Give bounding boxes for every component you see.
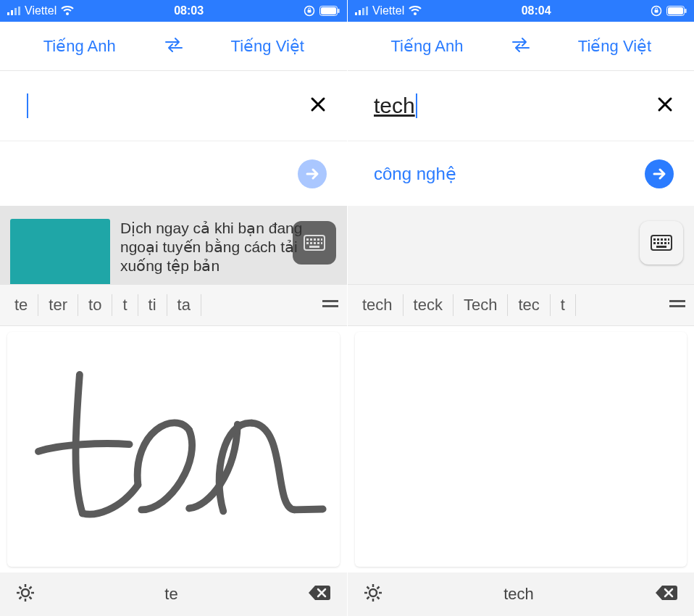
bottom-toolbar: tech xyxy=(348,573,694,616)
screen-right: Viettel 08:04 Tiếng Anh Tiếng Việt tech xyxy=(347,0,694,616)
clock-label: 08:04 xyxy=(522,4,551,17)
backspace-button[interactable] xyxy=(655,584,678,604)
clear-button[interactable] xyxy=(309,96,327,116)
orientation-lock-icon xyxy=(651,5,662,17)
close-icon xyxy=(656,96,674,113)
translation-input[interactable] xyxy=(26,93,309,118)
handwriting-canvas[interactable] xyxy=(7,332,340,567)
svg-point-57 xyxy=(369,589,377,596)
source-language[interactable]: Tiếng Anh xyxy=(348,37,506,56)
status-bar: Viettel 08:04 xyxy=(348,0,694,22)
svg-rect-39 xyxy=(654,10,658,13)
suggestion[interactable]: tech xyxy=(352,294,404,316)
suggestion-bar: te ter to t ti ta xyxy=(0,284,347,326)
suggestion-bar: tech teck Tech tec t xyxy=(348,284,694,326)
close-icon xyxy=(309,96,327,113)
backspace-icon xyxy=(655,584,678,602)
svg-rect-51 xyxy=(661,242,663,244)
suggestion[interactable]: ta xyxy=(167,294,201,316)
suggestion[interactable]: ter xyxy=(38,294,78,316)
swap-icon xyxy=(511,38,530,52)
suggestions-menu-button[interactable] xyxy=(668,298,687,312)
suggestions-menu-button[interactable] xyxy=(321,298,340,312)
text-cursor xyxy=(416,93,417,118)
bottom-toolbar: te xyxy=(0,573,347,616)
wifi-icon xyxy=(409,6,422,16)
svg-rect-18 xyxy=(314,242,316,244)
keyboard-toggle-button[interactable] xyxy=(293,221,336,265)
menu-icon xyxy=(321,298,340,309)
svg-rect-56 xyxy=(669,305,685,307)
backspace-button[interactable] xyxy=(308,584,331,604)
handwriting-canvas[interactable] xyxy=(355,332,687,567)
svg-rect-11 xyxy=(306,238,309,241)
suggestion[interactable]: Tech xyxy=(453,294,508,316)
svg-rect-15 xyxy=(321,238,322,241)
battery-icon xyxy=(666,6,687,16)
settings-button[interactable] xyxy=(16,583,35,605)
svg-rect-21 xyxy=(309,246,319,248)
result-row xyxy=(0,141,347,206)
clear-button[interactable] xyxy=(656,96,674,116)
translation-result: công nghệ xyxy=(374,164,645,184)
current-recognition: te xyxy=(164,585,177,604)
svg-line-30 xyxy=(30,597,32,599)
source-language[interactable]: Tiếng Anh xyxy=(0,37,159,56)
translation-input[interactable]: tech xyxy=(374,93,656,118)
svg-rect-41 xyxy=(668,7,683,14)
svg-rect-47 xyxy=(664,238,666,241)
input-row[interactable] xyxy=(0,71,347,141)
signal-icon xyxy=(355,7,368,15)
target-language[interactable]: Tiếng Việt xyxy=(535,37,694,56)
svg-point-24 xyxy=(22,589,29,596)
go-button[interactable] xyxy=(645,159,674,188)
svg-rect-19 xyxy=(317,242,319,244)
battery-icon xyxy=(319,6,340,16)
svg-rect-0 xyxy=(7,12,9,15)
suggestion[interactable]: to xyxy=(78,294,112,316)
svg-rect-35 xyxy=(362,8,364,15)
svg-rect-50 xyxy=(657,242,659,244)
gear-icon xyxy=(364,583,382,602)
svg-line-62 xyxy=(367,587,369,589)
svg-line-31 xyxy=(30,587,32,589)
swap-languages-button[interactable] xyxy=(159,38,188,55)
signal-icon xyxy=(7,7,20,15)
svg-rect-20 xyxy=(321,242,322,244)
suggestion[interactable]: te xyxy=(4,294,38,316)
go-button[interactable] xyxy=(298,159,327,188)
suggestion[interactable]: teck xyxy=(404,294,453,316)
svg-line-65 xyxy=(367,597,369,599)
backspace-icon xyxy=(308,584,331,602)
svg-rect-55 xyxy=(669,300,685,302)
carrier-label: Viettel xyxy=(372,4,404,17)
result-row[interactable]: công nghệ xyxy=(348,141,694,206)
status-bar: Viettel 08:03 xyxy=(0,0,347,22)
svg-rect-48 xyxy=(668,238,669,241)
text-cursor xyxy=(27,93,28,118)
clock-label: 08:03 xyxy=(174,4,204,17)
svg-line-63 xyxy=(377,597,380,599)
svg-rect-3 xyxy=(18,7,20,15)
input-row[interactable]: tech xyxy=(348,71,694,141)
suggestion[interactable]: t xyxy=(112,294,138,316)
suggestion[interactable]: ti xyxy=(138,294,167,316)
svg-rect-33 xyxy=(355,12,357,15)
svg-rect-52 xyxy=(664,242,666,244)
suggestion[interactable]: tec xyxy=(508,294,550,316)
swap-languages-button[interactable] xyxy=(506,38,535,55)
svg-rect-22 xyxy=(322,300,338,302)
swap-icon xyxy=(164,38,183,52)
suggestion[interactable]: t xyxy=(551,294,576,316)
svg-rect-45 xyxy=(657,238,659,241)
target-language[interactable]: Tiếng Việt xyxy=(188,37,348,56)
svg-rect-17 xyxy=(310,242,312,244)
keyboard-icon xyxy=(304,235,325,251)
keyboard-toggle-button[interactable] xyxy=(640,221,683,265)
svg-rect-42 xyxy=(685,9,686,13)
settings-button[interactable] xyxy=(364,583,382,605)
orientation-lock-icon xyxy=(304,5,315,17)
menu-icon xyxy=(668,298,687,309)
svg-rect-1 xyxy=(11,10,13,15)
svg-rect-54 xyxy=(656,246,666,248)
